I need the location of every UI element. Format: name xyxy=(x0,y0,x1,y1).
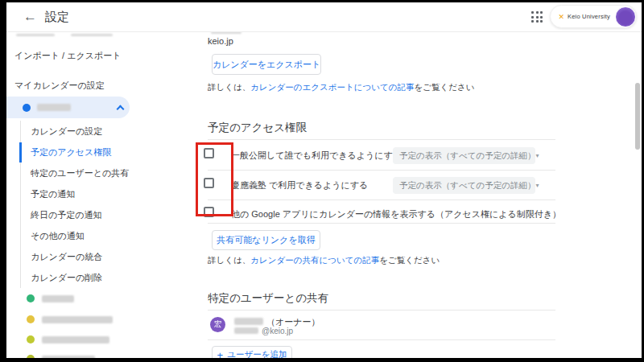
dropdown-value: 予定の表示（すべての予定の詳細） xyxy=(399,150,535,162)
annotation-red-box xyxy=(196,142,233,216)
redacted-calendar-name xyxy=(42,336,109,343)
sidebar-item-remove-calendar[interactable]: カレンダーの削除 xyxy=(31,272,102,284)
sidebar-other-calendar[interactable] xyxy=(6,353,192,358)
sidebar-heading-my-calendars: マイカレンダーの設定 xyxy=(14,80,105,92)
dropdown-arrow-icon: ▾ xyxy=(535,182,539,189)
sidebar-item-share-with-users[interactable]: 特定のユーザーとの共有 xyxy=(31,167,129,179)
sidebar-item-other-notifications[interactable]: その他の通知 xyxy=(31,230,85,242)
share-help-text: 詳しくは、カレンダーの共有についての記事をご覧ください xyxy=(208,255,440,266)
sidebar-other-calendar[interactable] xyxy=(6,292,192,313)
add-user-label: ユーザーを追加 xyxy=(227,349,287,358)
calendar-color-dot xyxy=(23,104,31,112)
apps-grid-icon[interactable] xyxy=(531,11,543,23)
redacted-calendar-name xyxy=(42,316,113,323)
sidebar-other-calendar[interactable] xyxy=(6,313,192,334)
account-chip[interactable]: ✕ Keio University xyxy=(550,5,637,28)
redacted-calendar-name xyxy=(42,356,95,358)
get-shareable-link-button[interactable]: 共有可能なリンクを取得 xyxy=(212,230,320,250)
keio-logo-icon: ✕ xyxy=(558,13,564,21)
export-help-link[interactable]: カレンダーのエクスポートについての記事 xyxy=(250,82,414,92)
redacted-owner-name xyxy=(234,318,263,325)
help-prefix: 詳しくは、 xyxy=(208,255,250,265)
redacted-owner-email xyxy=(234,327,258,334)
share-help-link[interactable]: カレンダーの共有についての記事 xyxy=(250,255,379,265)
dropdown-arrow-icon: ▾ xyxy=(535,152,539,159)
dropdown-org-access-level[interactable]: 予定の表示（すべての予定の詳細） ▾ xyxy=(393,177,535,194)
checkbox-org-access[interactable] xyxy=(204,178,214,188)
row-label-org-access: 慶應義塾 で利用できるようにする xyxy=(231,179,368,191)
page-title: 設定 xyxy=(45,10,69,25)
checkbox-google-apps-access[interactable] xyxy=(204,207,214,217)
scrolled-item-remnant xyxy=(16,34,55,36)
account-avatar[interactable] xyxy=(615,6,636,27)
vertical-scrollbar-thumb[interactable] xyxy=(635,83,640,150)
sidebar-other-calendar[interactable] xyxy=(6,333,192,354)
divider xyxy=(208,339,555,340)
app-window: ← 設定 ✕ Keio University インポート / エクスポート マイ… xyxy=(6,2,642,358)
owner-avatar-char: 宏 xyxy=(214,319,222,330)
calendar-color-dot xyxy=(27,294,35,302)
calendar-color-dot xyxy=(27,355,35,358)
checkbox-public-access[interactable] xyxy=(204,148,214,158)
section-title-event-access: 予定のアクセス権限 xyxy=(208,121,307,135)
section-title-share-with-users: 特定のユーザーとの共有 xyxy=(208,291,328,306)
back-arrow-icon[interactable]: ← xyxy=(23,9,37,25)
row-label-public-access: 一般公開して誰でも利用できるようにする xyxy=(231,150,402,162)
org-name-label: Keio University xyxy=(568,13,610,20)
help-suffix: をご覧ください xyxy=(414,82,474,92)
help-prefix: 詳しくは、 xyxy=(208,82,250,92)
redacted-calendar-name xyxy=(42,295,74,302)
add-user-button[interactable]: + ユーザーを追加 xyxy=(212,346,292,358)
divider xyxy=(208,139,555,140)
redacted-calendar-name xyxy=(37,104,71,111)
row-label-google-apps-access: 他の Google アプリにカレンダーの情報を表示する（アクセス権による制限付き… xyxy=(231,208,561,220)
calendar-color-dot xyxy=(27,335,35,343)
calendar-color-dot xyxy=(27,315,35,323)
sidebar-item-event-notifications[interactable]: 予定の通知 xyxy=(31,188,75,200)
owner-avatar: 宏 xyxy=(210,317,225,332)
sidebar-item-calendar-integration[interactable]: カレンダーの統合 xyxy=(31,251,102,263)
dropdown-public-access-level[interactable]: 予定の表示（すべての予定の詳細） ▾ xyxy=(393,147,535,164)
help-suffix: をご覧ください xyxy=(379,255,440,265)
calendar-domain-label: keio.jp xyxy=(208,36,233,46)
divider xyxy=(208,170,555,171)
divider xyxy=(208,223,555,224)
divider xyxy=(208,310,555,311)
sidebar-item-event-access[interactable]: 予定のアクセス権限 xyxy=(31,146,111,158)
owner-email-domain: @keio.jp xyxy=(262,327,293,335)
settings-header: ← 設定 ✕ Keio University xyxy=(6,2,642,32)
plus-icon: + xyxy=(217,349,224,359)
export-calendar-button[interactable]: カレンダーをエクスポート xyxy=(212,54,321,75)
sidebar-item-calendar-settings[interactable]: カレンダーの設定 xyxy=(31,125,102,138)
sidebar-item-allday-notifications[interactable]: 終日の予定の通知 xyxy=(31,209,102,221)
active-item-bar xyxy=(19,142,22,162)
scrolled-item-remnant xyxy=(71,34,113,36)
export-help-text: 詳しくは、カレンダーのエクスポートについての記事をご覧ください xyxy=(208,82,474,93)
dropdown-value: 予定の表示（すべての予定の詳細） xyxy=(399,180,535,191)
divider xyxy=(208,200,555,200)
sidebar-item-import-export[interactable]: インポート / エクスポート xyxy=(14,50,122,62)
